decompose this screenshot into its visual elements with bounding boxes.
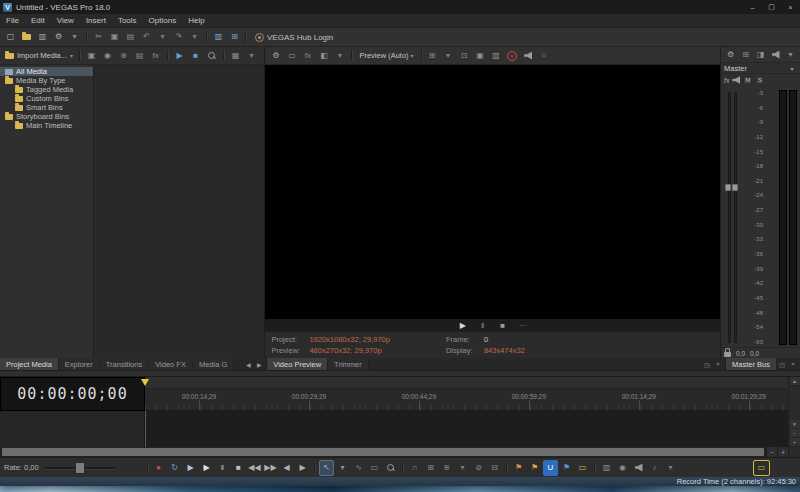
envelope-edit-tool-button[interactable]: ∿	[351, 460, 366, 476]
tab-media-g[interactable]: Media G	[193, 358, 234, 370]
enable-snapping-button[interactable]: ∩	[407, 460, 422, 476]
project-properties-caret-button[interactable]: ▾	[67, 30, 82, 44]
record-button[interactable]: ●	[151, 460, 166, 476]
tree-item-media-by-type[interactable]: Media By Type	[0, 76, 93, 85]
capture-video-button[interactable]: ▣	[84, 49, 99, 63]
float-window-button[interactable]: ◳	[702, 359, 712, 369]
pause-button[interactable]: ‖	[215, 460, 230, 476]
close-button[interactable]: ×	[781, 0, 800, 14]
project-video-properties-button[interactable]: ⚙	[268, 49, 283, 63]
close-panel-button[interactable]: ×	[713, 359, 723, 369]
safe-areas-button[interactable]: ⊡	[457, 49, 472, 63]
master-fx-button[interactable]: fx	[724, 77, 729, 84]
zoom-out-vertical-button[interactable]: −	[790, 429, 800, 438]
tab-video-preview[interactable]: Video Preview	[267, 358, 328, 370]
zoom-in-button[interactable]: +	[777, 447, 788, 457]
copy-snapshot-button[interactable]: ▣	[473, 49, 488, 63]
insert-cd-marker-button[interactable]: ▭	[575, 460, 590, 476]
loop-playback-button[interactable]: ↻	[167, 460, 182, 476]
tab-master-bus[interactable]: Master Bus	[726, 358, 777, 370]
selection-edit-tool-button[interactable]: ▭	[367, 460, 382, 476]
menu-help[interactable]: Help	[182, 14, 210, 27]
tab-scroll-left-button[interactable]: ◀	[243, 359, 253, 369]
start-preview-button[interactable]: ▶	[172, 49, 187, 63]
stop-button[interactable]: ■	[231, 460, 246, 476]
u-marker-button[interactable]: U	[543, 460, 558, 476]
insert-assignable-fx-button[interactable]: ⊞	[738, 48, 753, 62]
master-bus-properties-button[interactable]: ⚙	[723, 48, 738, 62]
preview-quality-button[interactable]: Preview (Auto) ▾	[355, 51, 417, 60]
cut-button[interactable]: ✂	[91, 30, 106, 44]
insert-region-button[interactable]: ⚑	[527, 460, 542, 476]
menu-file[interactable]: File	[0, 14, 25, 27]
insert-marker-button[interactable]: ⚑	[511, 460, 526, 476]
media-properties-button[interactable]: ▤	[132, 49, 147, 63]
maximize-button[interactable]: ▢	[762, 0, 781, 14]
tree-item-custom-bins[interactable]: Custom Bins	[0, 94, 93, 103]
scroll-down-button[interactable]: ▼	[790, 420, 800, 429]
project-properties-button[interactable]: ⚙	[51, 30, 66, 44]
insert-command-marker-button[interactable]: ⚑	[559, 460, 574, 476]
lock-icon[interactable]	[724, 352, 731, 357]
copy-button[interactable]: ▣	[107, 30, 122, 44]
menu-edit[interactable]: Edit	[25, 14, 51, 27]
audio-options-caret-button[interactable]: ▾	[663, 460, 678, 476]
undo-button[interactable]: ↶	[139, 30, 154, 44]
redo-caret-button[interactable]: ▾	[187, 30, 202, 44]
extract-audio-from-cd-button[interactable]: ◉	[100, 49, 115, 63]
plugin-manager-button[interactable]: ⊞	[227, 30, 242, 44]
redo-button[interactable]: ↷	[171, 30, 186, 44]
mixer-button[interactable]: ▥	[599, 460, 614, 476]
save-project-button[interactable]: ▥	[35, 30, 50, 44]
menu-tools[interactable]: Tools	[112, 14, 143, 27]
import-media-button[interactable]: Import Media... ▾	[2, 51, 76, 60]
video-preview-fx-button[interactable]: fx	[300, 49, 315, 63]
quantize-to-frames-button[interactable]: ⊞	[423, 460, 438, 476]
marker-bar[interactable]	[145, 377, 788, 389]
new-project-button[interactable]: ▢	[3, 30, 18, 44]
metronome-button[interactable]: ♪	[647, 460, 662, 476]
lock-envelopes-button[interactable]: ⊘	[471, 460, 486, 476]
tree-item-smart-bins[interactable]: Smart Bins	[0, 103, 93, 112]
volume-fader-handle[interactable]	[725, 184, 738, 191]
tree-item-tagged-media[interactable]: Tagged Media	[0, 85, 93, 94]
tab-transitions[interactable]: Transitions	[100, 358, 149, 370]
float-window-button[interactable]: ◳	[777, 359, 787, 369]
zoom-in-vertical-button[interactable]: +	[790, 438, 800, 447]
next-frame-button[interactable]: ▶	[295, 460, 310, 476]
preview-more-options-button[interactable]: ···	[517, 320, 529, 331]
zoom-edit-tool-button[interactable]	[383, 460, 398, 476]
timeline-horizontal-scrollbar[interactable]: − +	[0, 447, 800, 457]
master-more-button[interactable]: ▾	[783, 48, 798, 62]
close-panel-button[interactable]: ×	[788, 359, 798, 369]
views-caret-button[interactable]: ▾	[244, 49, 259, 63]
preview-stop-button[interactable]: ■	[497, 320, 509, 331]
go-to-start-button[interactable]: ◀◀	[247, 460, 262, 476]
preview-pause-button[interactable]: ‖	[477, 320, 489, 331]
tree-item-storyboard-bins[interactable]: Storyboard Bins	[0, 112, 93, 121]
grid-overlay-button[interactable]: ⊞	[425, 49, 440, 63]
loop-region-button[interactable]: ▭	[753, 460, 770, 476]
auto-ripple-button[interactable]: ≋	[439, 460, 454, 476]
previous-frame-button[interactable]: ◀	[279, 460, 294, 476]
tab-trimmer[interactable]: Trimmer	[328, 358, 369, 370]
scroll-up-button[interactable]: ▲	[790, 377, 800, 386]
menu-insert[interactable]: Insert	[80, 14, 112, 27]
dim-output-button[interactable]	[768, 48, 783, 62]
scrollbar-thumb[interactable]	[2, 448, 764, 456]
media-fx-button[interactable]: fx	[148, 49, 163, 63]
auto-ripple-caret-button[interactable]: ▾	[455, 460, 470, 476]
zoom-out-button[interactable]: −	[766, 447, 777, 457]
mute-preview-audio-button[interactable]	[521, 49, 536, 63]
video-output-button[interactable]: V	[505, 49, 520, 63]
record-options-button[interactable]: ◉	[615, 460, 630, 476]
undo-caret-button[interactable]: ▾	[155, 30, 170, 44]
grid-overlay-caret-button[interactable]: ▾	[441, 49, 456, 63]
tab-explorer[interactable]: Explorer	[59, 358, 100, 370]
minimize-button[interactable]: –	[743, 0, 762, 14]
master-solo-button[interactable]: S	[755, 76, 764, 85]
save-snapshot-button[interactable]: ▥	[489, 49, 504, 63]
external-monitor-button[interactable]: ▭	[284, 49, 299, 63]
timecode-display[interactable]: 00:00:00;00	[0, 377, 145, 411]
ignore-event-grouping-button[interactable]: ⊟	[487, 460, 502, 476]
